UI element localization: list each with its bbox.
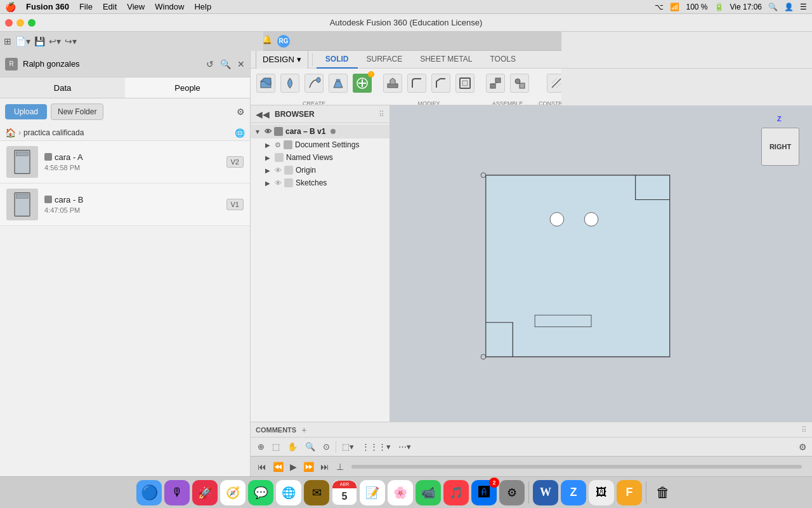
version-badge[interactable]: V1: [226, 199, 244, 210]
safari-icon[interactable]: 🧭: [220, 480, 246, 505]
assemble2-btn[interactable]: [508, 69, 531, 99]
tree-toggle-icon[interactable]: ▶: [263, 178, 272, 187]
file-menu[interactable]: File: [79, 2, 93, 11]
people-tab[interactable]: People: [125, 77, 250, 98]
create-loft-btn[interactable]: [327, 69, 350, 99]
cube-face-right[interactable]: RIGHT: [761, 128, 799, 166]
chrome-icon[interactable]: 🌐: [276, 480, 301, 505]
notification-bell[interactable]: 🔔: [262, 35, 272, 48]
mail-icon[interactable]: ✉: [304, 480, 329, 505]
tree-item-named-views[interactable]: ▶ Named Views: [251, 151, 390, 164]
search-icon[interactable]: 🔍: [220, 59, 231, 69]
modify-press-pull-btn[interactable]: [381, 69, 404, 99]
timeline-play-btn[interactable]: ▶: [288, 462, 299, 472]
pan-btn[interactable]: ✋: [285, 442, 299, 451]
refresh-icon[interactable]: ↺: [206, 59, 214, 69]
maximize-button[interactable]: [28, 19, 36, 27]
timeline-settings-icon[interactable]: ⚙: [799, 442, 807, 452]
create-sweep-btn[interactable]: [303, 69, 325, 99]
minimize-button[interactable]: [16, 19, 24, 27]
app-name[interactable]: Fusion 360: [26, 2, 69, 11]
version-badge[interactable]: V2: [226, 156, 244, 168]
create-new-component-btn[interactable]: !: [351, 69, 374, 99]
wifi-icon[interactable]: 📶: [670, 3, 679, 11]
finder-icon[interactable]: 🔵: [136, 480, 162, 505]
eye-icon[interactable]: 👁: [275, 179, 282, 187]
data-tab[interactable]: Data: [0, 77, 125, 98]
search-icon[interactable]: 🔍: [768, 3, 778, 11]
new-folder-button[interactable]: New Folder: [51, 104, 103, 120]
facetime-icon[interactable]: 📹: [416, 480, 441, 505]
file-version[interactable]: V2: [226, 157, 244, 166]
tree-toggle-icon[interactable]: ▶: [263, 153, 272, 162]
timeline-end-btn[interactable]: ⏭: [318, 462, 331, 472]
launchpad-icon[interactable]: 🚀: [192, 480, 218, 505]
preview-icon[interactable]: 🖼: [589, 480, 614, 505]
tree-root-item[interactable]: ▼ 👁 cara – B v1: [251, 124, 390, 138]
eye-icon[interactable]: 👁: [265, 128, 272, 135]
tab-surface[interactable]: SURFACE: [358, 51, 412, 69]
trash-icon[interactable]: 🗑: [650, 480, 676, 505]
whatsapp-icon[interactable]: 💬: [248, 480, 273, 505]
tree-item-document-settings[interactable]: ▶ ⚙ Document Settings: [251, 138, 390, 151]
reminders-icon[interactable]: 📝: [360, 480, 385, 505]
user-avatar[interactable]: 👤: [784, 3, 794, 11]
apps-grid-icon[interactable]: ⊞: [4, 36, 11, 46]
fusion-icon[interactable]: F: [617, 480, 642, 505]
close-button[interactable]: [5, 19, 13, 27]
file-dropdown-icon[interactable]: 📄▾: [15, 36, 30, 46]
undo-icon[interactable]: ↩▾: [49, 36, 61, 46]
create-revolve-btn[interactable]: [278, 69, 301, 99]
globe-icon[interactable]: 🌐: [235, 128, 245, 138]
tree-collapse-icon[interactable]: ▼: [253, 127, 262, 136]
tab-sheet-metal[interactable]: SHEET METAL: [411, 51, 481, 69]
3d-viewport[interactable]: Z RIGHT: [390, 105, 812, 422]
create-extrude-btn[interactable]: [254, 69, 277, 99]
nav-cube[interactable]: Z RIGHT: [758, 115, 802, 166]
frame-btn[interactable]: ⬚: [270, 442, 282, 451]
help-menu[interactable]: Help: [194, 2, 211, 11]
modify-fillet-btn[interactable]: [405, 69, 428, 99]
edit-menu[interactable]: Edit: [103, 2, 117, 11]
orbit-btn[interactable]: ⊕: [256, 442, 266, 451]
zoom-fit-btn[interactable]: ⊙: [321, 442, 332, 451]
display-mode-btn[interactable]: ⬚▾: [340, 442, 356, 451]
assemble-btn[interactable]: [484, 69, 507, 99]
zoom-icon[interactable]: Z: [561, 480, 586, 505]
user-avatar-icon[interactable]: RG: [277, 35, 290, 48]
calendar-icon[interactable]: ABR 5: [332, 480, 357, 505]
eye-icon[interactable]: 👁: [275, 166, 282, 174]
design-dropdown[interactable]: DESIGN ▾: [256, 50, 308, 70]
tree-item-origin[interactable]: ▶ 👁 Origin: [251, 164, 390, 177]
home-icon[interactable]: 🏠: [5, 128, 16, 138]
appstore-icon[interactable]: 2 🅰: [471, 480, 497, 505]
photos-icon[interactable]: 🌸: [388, 480, 413, 505]
add-comment-icon[interactable]: +: [301, 425, 306, 435]
save-icon[interactable]: 💾: [34, 36, 45, 46]
timeline-track[interactable]: [351, 465, 802, 469]
word-icon[interactable]: W: [533, 480, 558, 505]
modify-shell-btn[interactable]: [454, 69, 476, 99]
grid-btn[interactable]: ⋮⋮⋮▾: [360, 442, 393, 451]
notification-icon[interactable]: ☰: [800, 3, 807, 11]
tree-toggle-icon[interactable]: ▶: [263, 166, 272, 175]
folder-settings-icon[interactable]: ⚙: [237, 107, 245, 117]
tab-solid[interactable]: SOLID: [317, 51, 358, 69]
redo-icon[interactable]: ↪▾: [65, 36, 77, 46]
modify-chamfer-btn[interactable]: [429, 69, 452, 99]
upload-button[interactable]: Upload: [5, 104, 47, 119]
timeline-next-btn[interactable]: ⏩: [301, 462, 316, 472]
timeline-start-btn[interactable]: ⏮: [256, 462, 268, 472]
list-item[interactable]: cara - A 4:56:58 PM V2: [0, 141, 250, 184]
view-menu[interactable]: View: [127, 2, 145, 11]
tree-item-sketches[interactable]: ▶ 👁 Sketches: [251, 177, 390, 189]
construct-btn[interactable]: [545, 69, 561, 99]
apple-menu[interactable]: 🍎: [5, 2, 16, 12]
list-item[interactable]: cara - B 4:47:05 PM V1: [0, 184, 250, 226]
zoom-btn[interactable]: 🔍: [303, 442, 317, 451]
bluetooth-icon[interactable]: ⌥: [655, 3, 664, 11]
window-menu[interactable]: Window: [155, 2, 184, 11]
tab-tools[interactable]: TOOLS: [481, 51, 524, 69]
close-panel-icon[interactable]: ✕: [237, 59, 245, 69]
settings-icon[interactable]: ⚙: [499, 480, 525, 505]
